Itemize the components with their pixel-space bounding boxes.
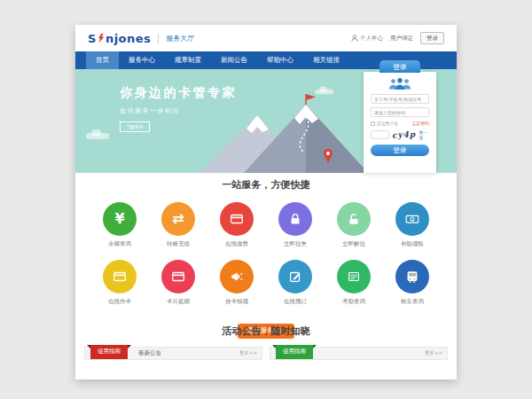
latest-news-tab[interactable]: 最新公告 <box>138 349 161 357</box>
nav-item-news[interactable]: 新闻公告 <box>211 51 257 69</box>
header-links: 个人中心 用户绑定 登录 <box>351 32 444 44</box>
nav-item-links[interactable]: 相关链接 <box>303 51 349 69</box>
usage-guide-tab[interactable]: 使用指南 <box>90 345 128 359</box>
panel-body <box>84 360 262 374</box>
remember-checkbox[interactable] <box>371 121 375 126</box>
service-online-card[interactable]: 在线办卡 <box>95 260 145 306</box>
logo-lightning-icon <box>98 34 105 43</box>
services-section: 一站服务，方便快捷 ¥ 余额查询 ⇄ 转账充值 <box>75 173 457 339</box>
site-tagline: 服务大厅 <box>158 34 194 43</box>
megaphone-icon <box>229 269 245 285</box>
login-form: 学工号/手机号/身份证号 请输入您的密码 记住用户名 忘记密码 cy4p 换一张… <box>364 72 436 173</box>
bus-icon <box>404 269 420 285</box>
mockup-stage: S njones 服务大厅 个人中心 用户绑定 登录 <box>0 0 532 399</box>
site-card: S njones 服务大厅 个人中心 用户绑定 登录 <box>75 25 457 379</box>
service-balance-inquiry[interactable]: ¥ 余额查询 <box>95 202 145 248</box>
captcha-row: cy4p 换一张 <box>371 129 429 140</box>
card-icon <box>112 269 128 285</box>
attendance-icon <box>346 269 362 285</box>
users-icon <box>387 77 413 90</box>
usage-guide-tab[interactable]: 使用指南 <box>276 345 313 359</box>
card-icon <box>170 269 186 285</box>
password-input[interactable]: 请输入您的密码 <box>371 107 429 117</box>
service-online-payment[interactable]: 在线缴费 <box>212 202 262 248</box>
hero-copy: 你身边的卡管专家 提供服务一步到位 了解更多 <box>120 85 237 132</box>
panel-tab-bar: 使用指南 最新公告 更多>> <box>84 347 262 360</box>
services-grid: ¥ 余额查询 ⇄ 转账充值 <box>75 202 457 317</box>
panel-body <box>270 360 448 374</box>
username-input[interactable]: 学工号/手机号/身份证号 <box>371 94 429 104</box>
service-attendance[interactable]: 考勤查询 <box>329 260 379 306</box>
service-card-extension[interactable]: 卡片延期 <box>153 260 203 306</box>
announcements-section: 活动公告，随时知晓 使用指南 最新公告 更多>> 使用指南 更多>> <box>75 325 457 374</box>
unlock-icon <box>346 211 362 227</box>
hero-headline: 你身边的卡管专家 <box>120 85 237 101</box>
lock-icon <box>287 211 303 227</box>
login-tab[interactable]: 登录 <box>379 60 420 73</box>
remember-label: 记住用户名 <box>377 121 398 126</box>
service-transfer-recharge[interactable]: ⇄ 转账充值 <box>153 202 203 248</box>
change-captcha-link[interactable]: 换一张 <box>419 129 429 140</box>
nav-item-help[interactable]: 帮助中心 <box>257 51 303 69</box>
service-subsidy[interactable]: 补助领取 <box>387 202 437 248</box>
transfer-icon: ⇄ <box>172 212 184 226</box>
yen-icon: ¥ <box>114 212 124 226</box>
nav-item-service-center[interactable]: 服务中心 <box>119 51 165 69</box>
person-icon <box>351 35 358 42</box>
nav-item-rules[interactable]: 规章制度 <box>165 51 211 69</box>
login-options: 记住用户名 忘记密码 <box>371 121 429 126</box>
edit-icon <box>287 269 303 285</box>
banknote-icon <box>404 211 420 227</box>
more-link[interactable]: 更多>> <box>425 350 442 356</box>
captcha-image[interactable]: cy4p <box>392 129 417 139</box>
service-school-bus[interactable]: 校车查询 <box>387 260 437 306</box>
login-panel: 登录 学工号/手机号/身份证号 请输入您的密码 记住用户名 忘记密码 <box>364 60 436 173</box>
login-submit-button[interactable]: 登录 <box>371 145 429 156</box>
hero-cta-button[interactable]: 了解更多 <box>120 121 150 132</box>
card-icon <box>229 211 245 227</box>
cloud-icon <box>86 133 109 139</box>
header-login-button[interactable]: 登录 <box>420 32 444 44</box>
personal-center-link[interactable]: 个人中心 <box>351 35 383 43</box>
captcha-input[interactable] <box>371 130 389 139</box>
hero-subhead: 提供服务一步到位 <box>120 106 237 115</box>
service-found-card[interactable]: 拾卡招领 <box>212 260 262 306</box>
announcements-title: 活动公告，随时知晓 <box>75 325 457 338</box>
logo-text-after: njones <box>106 32 151 45</box>
logo: S njones <box>88 32 151 45</box>
service-report-loss[interactable]: 立即挂失 <box>270 202 320 248</box>
nav-item-home[interactable]: 首页 <box>86 51 119 69</box>
logo-text-before: S <box>88 32 97 45</box>
service-online-booking[interactable]: 在线预订 <box>270 260 320 306</box>
user-guide-link[interactable]: 用户绑定 <box>390 35 413 43</box>
forgot-password-link[interactable]: 忘记密码 <box>412 121 429 126</box>
header: S njones 服务大厅 个人中心 用户绑定 登录 <box>75 25 457 51</box>
panel-tab-bar: 使用指南 更多>> <box>270 347 448 360</box>
services-title: 一站服务，方便快捷 <box>75 178 457 192</box>
more-link[interactable]: 更多>> <box>239 350 257 356</box>
announcement-panel-right: 使用指南 更多>> <box>270 347 448 374</box>
announcement-panel-left: 使用指南 最新公告 更多>> <box>84 347 262 374</box>
service-unlock[interactable]: 立即解挂 <box>329 202 379 248</box>
